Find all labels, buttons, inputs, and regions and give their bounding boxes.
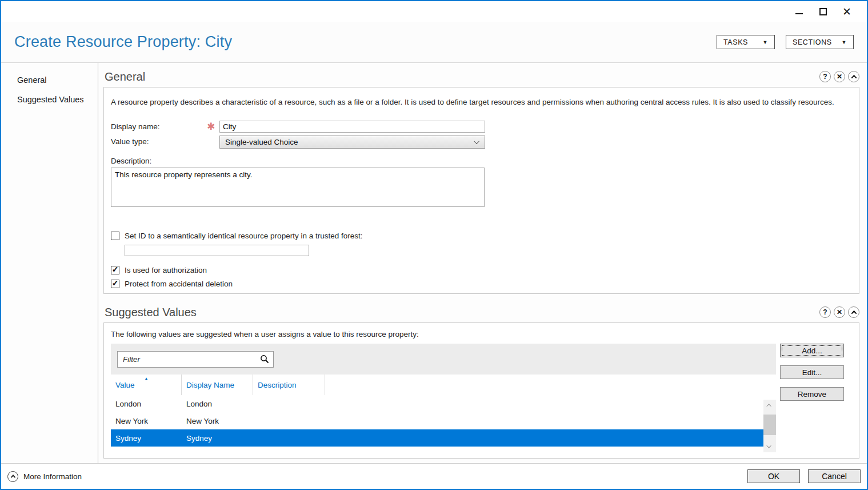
set-id-checkbox[interactable]: [111, 232, 119, 240]
add-button[interactable]: Add...: [780, 344, 844, 357]
general-intro-text: A resource property describes a characte…: [111, 97, 842, 108]
chevron-down-icon: ▼: [762, 39, 768, 45]
chevron-down-icon: ▼: [841, 39, 847, 45]
display-name-input[interactable]: [219, 121, 485, 133]
main-content: General ? ✕ A resource property describe…: [98, 63, 867, 463]
options-group: Set ID to a semantically identical resou…: [111, 229, 852, 290]
maximize-button[interactable]: [811, 3, 835, 20]
description-label: Description:: [111, 157, 852, 165]
collapse-icon: [7, 471, 18, 482]
table-row-london[interactable]: London London: [111, 395, 763, 412]
column-header-display-name[interactable]: Display Name: [182, 375, 253, 395]
suggested-values-intro: The following values are suggested when …: [111, 330, 852, 338]
sections-dropdown-button[interactable]: SECTIONS ▼: [786, 35, 854, 49]
tasks-label: TASKS: [723, 38, 748, 46]
general-section-title: General: [103, 70, 817, 83]
sections-label: SECTIONS: [793, 38, 832, 46]
filter-toolbar: [111, 344, 776, 375]
general-section-box: A resource property describes a characte…: [103, 87, 859, 294]
help-icon[interactable]: ?: [819, 71, 831, 82]
scroll-down-button[interactable]: [763, 441, 776, 452]
table-header-row: Value ▲ Display Name Description: [111, 375, 776, 395]
sidebar-item-suggested-values[interactable]: Suggested Values: [1, 90, 98, 109]
maximize-icon: [819, 8, 827, 15]
protect-from-deletion-checkbox[interactable]: [111, 280, 119, 288]
title-bar: ✕: [1, 1, 867, 22]
suggested-values-section-box: The following values are suggested when …: [103, 322, 859, 459]
description-textarea[interactable]: This resource property represents a city…: [111, 168, 485, 207]
minimize-button[interactable]: [787, 3, 811, 20]
more-information-label: More Information: [23, 472, 82, 481]
collapse-section-icon[interactable]: [848, 71, 859, 82]
scroll-up-button[interactable]: [763, 400, 776, 411]
sidebar-item-general[interactable]: General: [1, 70, 98, 90]
authorization-row: Is used for authorization: [111, 264, 852, 276]
close-icon: ✕: [842, 6, 851, 17]
display-name-row: Display name: ✱: [111, 121, 852, 133]
remove-button[interactable]: Remove: [780, 387, 844, 401]
set-id-input[interactable]: [125, 245, 309, 256]
set-id-row: Set ID to a semantically identical resou…: [111, 229, 852, 242]
more-information-toggle[interactable]: More Information: [7, 471, 82, 482]
value-type-select[interactable]: Single-valued Choice: [219, 136, 485, 149]
tasks-dropdown-button[interactable]: TASKS ▼: [717, 35, 775, 49]
page-title: Create Resource Property: City: [14, 33, 717, 51]
value-type-label: Value type:: [111, 137, 207, 146]
table-scrollbar[interactable]: [763, 400, 776, 452]
value-type-row: Value type: Single-valued Choice: [111, 134, 852, 149]
close-section-icon[interactable]: ✕: [834, 71, 845, 82]
search-icon[interactable]: [260, 354, 269, 364]
suggested-values-table: Value ▲ Display Name Description Lon: [111, 344, 776, 447]
column-header-value[interactable]: Value ▲: [111, 375, 182, 395]
close-button[interactable]: ✕: [835, 3, 859, 20]
dialog-header: Create Resource Property: City TASKS ▼ S…: [1, 22, 867, 63]
close-section-icon[interactable]: ✕: [834, 306, 845, 318]
ok-button[interactable]: OK: [747, 469, 800, 483]
protect-label: Protect from accidental deletion: [125, 280, 233, 288]
is-used-for-authorization-checkbox[interactable]: [111, 266, 119, 274]
suggested-values-section-title: Suggested Values: [103, 306, 817, 319]
dialog-footer: More Information OK Cancel: [1, 463, 867, 489]
section-nav-sidebar: General Suggested Values: [1, 63, 98, 463]
suggested-values-section-header: Suggested Values ? ✕: [103, 302, 859, 322]
required-asterisk-icon: ✱: [207, 122, 219, 132]
edit-button[interactable]: Edit...: [780, 365, 844, 379]
display-name-label: Display name:: [111, 122, 207, 131]
table-action-buttons: Add... Edit... Remove: [780, 344, 844, 401]
general-section-header: General ? ✕: [103, 66, 859, 87]
sort-ascending-icon: ▲: [144, 376, 149, 381]
help-icon[interactable]: ?: [819, 306, 831, 318]
authorization-label: Is used for authorization: [125, 266, 207, 274]
cancel-button[interactable]: Cancel: [808, 469, 861, 483]
table-row-sydney[interactable]: Sydney Sydney: [111, 429, 763, 447]
suggested-values-content: Value ▲ Display Name Description Lon: [111, 344, 852, 447]
dialog-body: General Suggested Values General ? ✕ A r…: [1, 63, 867, 463]
value-type-selected-value: Single-valued Choice: [225, 138, 475, 146]
set-id-label: Set ID to a semantically identical resou…: [125, 232, 362, 240]
table-row-new-york[interactable]: New York New York: [111, 412, 763, 429]
scrollbar-thumb[interactable]: [763, 415, 776, 435]
column-header-description[interactable]: Description: [253, 375, 325, 395]
create-resource-property-dialog: ✕ Create Resource Property: City TASKS ▼…: [0, 0, 868, 490]
minimize-icon: [795, 13, 803, 14]
protect-row: Protect from accidental deletion: [111, 277, 852, 290]
collapse-section-icon[interactable]: [848, 306, 859, 318]
filter-input[interactable]: [123, 355, 260, 364]
filter-field: [117, 351, 274, 368]
